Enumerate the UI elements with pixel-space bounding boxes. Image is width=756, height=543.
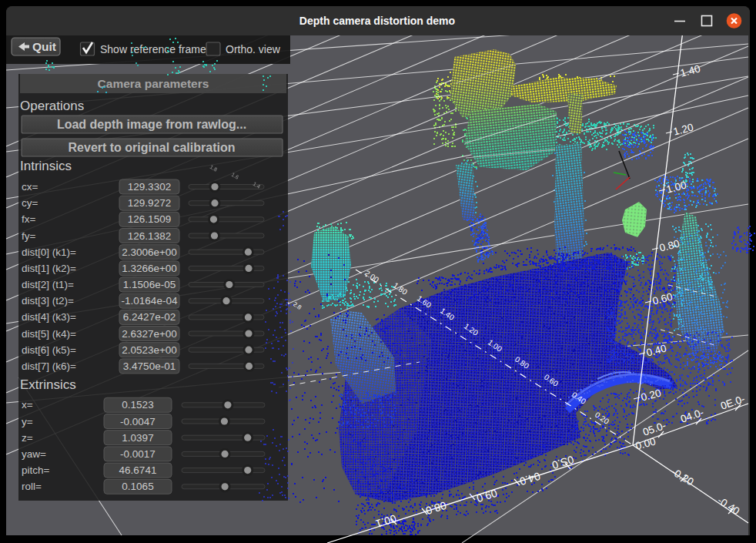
- svg-text:1.3266e+00: 1.3266e+00: [122, 263, 177, 274]
- svg-text:6.2427e-02: 6.2427e-02: [123, 311, 176, 323]
- svg-text:Load depth image from rawlog..: Load depth image from rawlog...: [57, 118, 246, 131]
- svg-text:Ortho. view: Ortho. view: [226, 43, 281, 55]
- svg-text:Operations: Operations: [20, 99, 84, 113]
- svg-text:cy=: cy=: [22, 197, 38, 209]
- svg-text:z=: z=: [22, 432, 33, 444]
- svg-text:dist[0] (k1)=: dist[0] (k1)=: [22, 246, 76, 258]
- svg-text:dist[2] (t1)=: dist[2] (t1)=: [22, 279, 74, 290]
- svg-text:dist[4] (k3)=: dist[4] (k3)=: [22, 311, 76, 323]
- svg-text:y=: y=: [22, 416, 33, 427]
- svg-text:Quit: Quit: [32, 40, 56, 53]
- svg-text:0.1065: 0.1065: [122, 481, 153, 492]
- svg-text:roll=: roll=: [22, 481, 42, 492]
- svg-text:cx=: cx=: [22, 181, 38, 193]
- svg-text:0.1523: 0.1523: [122, 399, 153, 411]
- svg-text:1.1506e-05: 1.1506e-05: [123, 279, 176, 290]
- svg-text:126.1382: 126.1382: [128, 230, 171, 242]
- svg-text:Depth camera distortion demo: Depth camera distortion demo: [299, 15, 455, 27]
- svg-text:-0.0047: -0.0047: [120, 416, 156, 427]
- svg-text:Camera parameters: Camera parameters: [98, 77, 209, 90]
- svg-text:46.6741: 46.6741: [119, 464, 157, 476]
- svg-text:x=: x=: [22, 399, 33, 411]
- svg-text:2.3006e+00: 2.3006e+00: [122, 246, 177, 258]
- svg-text:Show reference frame: Show reference frame: [100, 43, 206, 55]
- svg-text:yaw=: yaw=: [22, 448, 46, 460]
- svg-text:dist[1] (k2)=: dist[1] (k2)=: [22, 263, 76, 274]
- svg-text:Intrinsics: Intrinsics: [20, 159, 72, 173]
- svg-text:Extrinsics: Extrinsics: [20, 377, 76, 392]
- svg-text:2.0523e+00: 2.0523e+00: [122, 344, 177, 356]
- svg-text:-0.0017: -0.0017: [120, 448, 156, 460]
- svg-text:129.3302: 129.3302: [128, 181, 171, 193]
- svg-text:2.6327e+00: 2.6327e+00: [122, 328, 177, 340]
- svg-text:dist[6] (k5)=: dist[6] (k5)=: [22, 344, 76, 356]
- svg-text:dist[3] (t2)=: dist[3] (t2)=: [22, 295, 74, 307]
- svg-text:Revert to original calibration: Revert to original calibration: [69, 141, 236, 154]
- svg-text:fy=: fy=: [22, 230, 36, 242]
- svg-text:-1.0164e-04: -1.0164e-04: [122, 295, 178, 307]
- svg-text:126.1509: 126.1509: [128, 213, 171, 225]
- svg-text:pitch=: pitch=: [22, 464, 50, 476]
- svg-text:dist[7] (k6)=: dist[7] (k6)=: [22, 360, 76, 372]
- svg-text:fx=: fx=: [22, 213, 36, 225]
- svg-text:129.9272: 129.9272: [128, 197, 171, 209]
- svg-text:1.0397: 1.0397: [122, 432, 153, 444]
- svg-text:3.4750e-01: 3.4750e-01: [123, 360, 176, 372]
- svg-text:dist[5] (k4)=: dist[5] (k4)=: [22, 328, 76, 340]
